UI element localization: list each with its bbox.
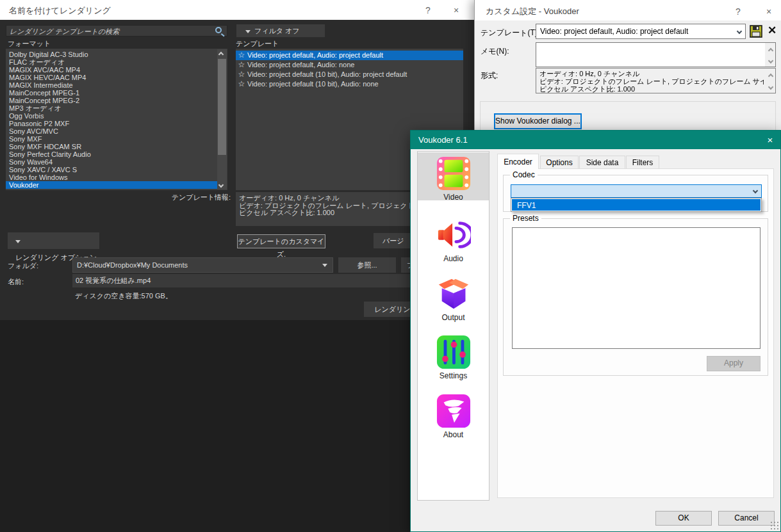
scrollbar-thumb[interactable] <box>218 59 226 155</box>
codec-group-label: Codec <box>510 170 538 179</box>
format-item[interactable]: Sony MXF HDCAM SR <box>6 143 217 150</box>
sidebar-item-about[interactable]: About <box>418 390 489 439</box>
scroll-down-icon[interactable] <box>217 181 227 189</box>
close-button[interactable]: × <box>449 4 463 17</box>
format-item[interactable]: Wave (Microsoft) <box>6 189 217 190</box>
format-item[interactable]: Sony AVC/MVC <box>6 127 217 135</box>
template-item[interactable]: ☆Video: project default (10 bit), Audio:… <box>236 70 463 79</box>
format-item[interactable]: MP3 オーディオ <box>6 104 217 112</box>
save-template-icon[interactable] <box>750 25 762 38</box>
format-scrollbar[interactable] <box>765 69 775 93</box>
custom-dialog-titlebar[interactable]: カスタム設定 - Voukoder ? × <box>475 0 781 20</box>
render-options-button[interactable]: レンダリング オプション <box>8 232 99 249</box>
template-item-label: Video: project default (10 bit), Audio: … <box>247 70 407 78</box>
favorite-star-icon[interactable]: ☆ <box>236 70 247 79</box>
format-item[interactable]: Sony Perfect Clarity Audio <box>6 150 217 158</box>
browse-button[interactable]: 参照... <box>338 257 396 273</box>
format-item[interactable]: MainConcept MPEG-2 <box>6 97 217 104</box>
format-list[interactable]: Dolby Digital AC-3 StudioFLAC オーディオMAGIX… <box>6 49 227 190</box>
custom-dialog-title: カスタム設定 - Voukoder <box>486 6 579 17</box>
help-button[interactable]: ? <box>731 5 745 18</box>
free-space-text: ディスクの空き容量:570 GB。 <box>75 291 172 301</box>
format-item[interactable]: MAGIX HEVC/AAC MP4 <box>6 74 217 81</box>
delete-template-icon[interactable]: ✕ <box>768 24 777 37</box>
scroll-up-icon <box>768 74 773 79</box>
show-voukoder-dialog-button[interactable]: Show Voukoder dialog ... <box>494 113 582 129</box>
customize-template-button[interactable]: テンプレートのカスタマイズ. <box>237 234 325 248</box>
format-item[interactable]: Dolby Digital AC-3 Studio <box>6 51 217 58</box>
tab-side-data[interactable]: Side data <box>579 156 625 169</box>
format-item[interactable]: Sony Wave64 <box>6 158 217 166</box>
ok-button[interactable]: OK <box>655 511 712 526</box>
settings-sliders-icon <box>436 335 471 369</box>
memo-scrollbar[interactable] <box>765 43 775 67</box>
scroll-down-icon <box>768 58 773 63</box>
sidebar-label-output: Output <box>418 313 489 322</box>
tab-filters[interactable]: Filters <box>626 156 659 169</box>
close-button[interactable]: × <box>762 133 778 147</box>
memo-textarea[interactable] <box>536 42 776 67</box>
format-item[interactable]: FLAC オーディオ <box>6 58 217 66</box>
presets-group-label: Presets <box>510 214 541 223</box>
format-item[interactable]: Sony MXF <box>6 135 217 143</box>
sidebar-item-settings[interactable]: Settings <box>418 331 489 380</box>
filename-input[interactable]: 02 視覚系の仕組み.mp4 <box>72 274 412 287</box>
help-button[interactable]: ? <box>421 4 435 17</box>
voukoder-titlebar[interactable]: Voukoder 6.1 × <box>411 131 780 149</box>
sidebar-item-video[interactable]: Video <box>418 152 489 200</box>
sidebar-label-about: About <box>418 430 489 439</box>
sidebar-item-audio[interactable]: Audio <box>418 214 489 263</box>
format-item[interactable]: MainConcept MPEG-1 <box>6 89 217 97</box>
sidebar-item-output[interactable]: Output <box>418 273 489 322</box>
favorite-star-icon[interactable]: ☆ <box>236 60 247 70</box>
chevron-down-icon <box>753 188 758 193</box>
encoder-tab-panel: Codec FFV1 Presets Apply <box>497 168 774 498</box>
presets-groupbox: Presets Apply <box>503 218 768 376</box>
template-info-label: テンプレート情報: <box>154 193 231 202</box>
scroll-up-icon[interactable] <box>217 49 227 58</box>
favorite-star-icon[interactable]: ☆ <box>236 51 247 60</box>
codec-combobox[interactable] <box>511 184 762 198</box>
format-item[interactable]: Ogg Vorbis <box>6 112 217 120</box>
tab-options[interactable]: Options <box>540 156 579 169</box>
format-item[interactable]: Voukoder <box>6 181 217 189</box>
voukoder-sidebar: Video Audio Output <box>417 151 489 501</box>
template-search-input[interactable]: レンダリング テンプレートの検索 <box>6 25 227 36</box>
folder-combobox[interactable]: D:¥Cloud¥Dropbox¥My Documents <box>72 257 333 273</box>
template-info-par: ピクセル アスペクト比: 1.000 <box>239 209 424 217</box>
codec-dropdown-list[interactable]: FFV1 <box>511 198 762 212</box>
tab-encoder[interactable]: Encoder <box>497 154 539 169</box>
template-item[interactable]: ☆Video: project default, Audio: project … <box>236 51 463 60</box>
sidebar-label-video: Video <box>418 193 489 202</box>
resize-grip[interactable] <box>770 521 778 529</box>
video-film-icon <box>436 156 471 191</box>
template-item-label: Video: project default, Audio: project d… <box>247 51 383 59</box>
format-item[interactable]: MAGIX Intermediate <box>6 81 217 89</box>
format-info-par: ピクセル アスペクト比: 1.000 <box>539 85 764 93</box>
filter-button[interactable]: フィルタ オフ <box>236 24 325 37</box>
presets-listbox[interactable] <box>512 227 760 349</box>
render-dialog-title: 名前を付けてレンダリング <box>9 5 111 17</box>
template-item[interactable]: ☆Video: project default (10 bit), Audio:… <box>236 79 463 89</box>
folder-value: D:¥Cloud¥Dropbox¥My Documents <box>77 261 188 269</box>
favorite-star-icon[interactable]: ☆ <box>236 79 247 89</box>
template-value: Video: project default, Audio: project d… <box>540 27 688 36</box>
format-list-scrollbar[interactable] <box>217 49 227 189</box>
codec-groupbox: Codec FFV1 <box>503 175 768 212</box>
apply-button[interactable]: Apply <box>707 356 760 371</box>
template-item[interactable]: ☆Video: project default, Audio: none <box>236 60 463 70</box>
format-info-box: オーディオ: 0 Hz, 0 チャンネル ビデオ: プロジェクトのフレーム レー… <box>536 68 776 93</box>
format-item[interactable]: Sony XAVC / XAVC S <box>6 166 217 173</box>
cancel-button[interactable]: Cancel <box>718 511 775 526</box>
template-info-audio: オーディオ: 0 Hz, 0 チャンネル <box>239 195 424 202</box>
codec-option-ffv1[interactable]: FFV1 <box>512 199 760 211</box>
template-combobox[interactable]: Video: project default, Audio: project d… <box>536 24 746 39</box>
format-item[interactable]: MAGIX AVC/AAC MP4 <box>6 66 217 74</box>
dropdown-arrow-icon <box>15 240 21 243</box>
render-dialog-titlebar[interactable]: 名前を付けてレンダリング ? × <box>0 0 475 20</box>
sidebar-label-settings: Settings <box>418 371 489 380</box>
close-button[interactable]: × <box>762 5 776 18</box>
format-item[interactable]: Video for Windows <box>6 173 217 181</box>
scroll-down-icon <box>768 85 773 90</box>
format-item[interactable]: Panasonic P2 MXF <box>6 120 217 127</box>
